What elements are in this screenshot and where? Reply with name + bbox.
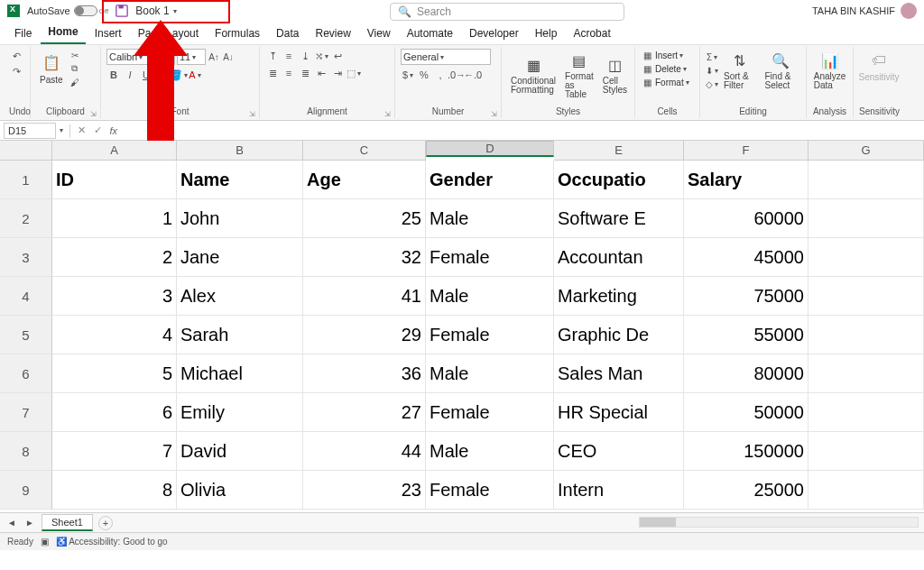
- cell[interactable]: 32: [303, 238, 426, 277]
- row-header-9[interactable]: 9: [0, 471, 52, 510]
- tab-insert[interactable]: Insert: [88, 23, 129, 44]
- row-header-1[interactable]: 1: [0, 161, 52, 199]
- tab-developer[interactable]: Developer: [462, 23, 526, 44]
- cell[interactable]: 1: [52, 199, 177, 238]
- cut-icon[interactable]: ✂: [69, 49, 81, 61]
- sheet-nav-prev-icon[interactable]: ◄: [5, 517, 18, 529]
- cell[interactable]: 60000: [684, 199, 808, 238]
- percent-format-icon[interactable]: %: [417, 68, 431, 82]
- row-header-5[interactable]: 5: [0, 316, 52, 354]
- tab-file[interactable]: File: [7, 23, 39, 44]
- cell[interactable]: 44: [303, 432, 426, 471]
- accessibility-status[interactable]: ♿ Accessibility: Good to go: [56, 537, 168, 547]
- align-left-icon[interactable]: ≣: [265, 66, 280, 80]
- cells-area[interactable]: IDNameAgeGenderOccupatioSalary1John25Mal…: [52, 161, 924, 510]
- user-account[interactable]: TAHA BIN KASHIF: [812, 3, 917, 19]
- enter-formula-icon[interactable]: ✓: [91, 124, 106, 138]
- column-header-D[interactable]: D: [426, 141, 554, 157]
- spreadsheet-grid[interactable]: ABCDEFG 123456789 IDNameAgeGenderOccupat…: [0, 141, 924, 512]
- namebox-dropdown-icon[interactable]: ▾: [60, 126, 63, 134]
- cell[interactable]: Intern: [554, 471, 684, 510]
- cell[interactable]: Occupatio: [554, 161, 684, 199]
- copy-icon[interactable]: ⧉: [69, 62, 81, 75]
- row-header-2[interactable]: 2: [0, 199, 52, 238]
- fill-icon[interactable]: ⬇: [706, 64, 718, 77]
- tab-home[interactable]: Home: [41, 22, 85, 44]
- cell[interactable]: Jane: [177, 238, 303, 277]
- row-header-4[interactable]: 4: [0, 277, 52, 316]
- accounting-format-icon[interactable]: $: [401, 68, 415, 82]
- align-bottom-icon[interactable]: ⤓: [298, 49, 312, 63]
- tab-acrobat[interactable]: Acrobat: [566, 23, 617, 44]
- cell[interactable]: 29: [303, 316, 426, 354]
- column-header-A[interactable]: A: [52, 141, 177, 161]
- insert-cells-icon[interactable]: ▦: [641, 49, 653, 61]
- formula-input[interactable]: [121, 123, 924, 139]
- autosave-toggle[interactable]: AutoSave Off: [27, 5, 108, 16]
- orientation-icon[interactable]: ⤭: [314, 49, 328, 63]
- cell[interactable]: Software E: [554, 199, 684, 238]
- tab-help[interactable]: Help: [528, 23, 565, 44]
- cell[interactable]: 7: [52, 432, 177, 471]
- cell[interactable]: 2: [52, 238, 177, 277]
- undo-icon[interactable]: ↶: [9, 49, 23, 63]
- cell[interactable]: CEO: [554, 432, 684, 471]
- clear-icon[interactable]: ◇: [706, 78, 718, 90]
- column-header-E[interactable]: E: [554, 141, 684, 161]
- cell[interactable]: ID: [52, 161, 177, 199]
- sheet-nav-next-icon[interactable]: ►: [23, 517, 36, 529]
- cell[interactable]: Emily: [177, 393, 303, 432]
- column-header-F[interactable]: F: [684, 141, 808, 161]
- toggle-icon[interactable]: [74, 5, 97, 16]
- cell[interactable]: Male: [426, 354, 554, 393]
- decrease-font-icon[interactable]: A↓: [222, 51, 235, 63]
- cell[interactable]: [808, 277, 924, 316]
- cell[interactable]: [808, 393, 924, 432]
- cell[interactable]: 75000: [684, 277, 808, 316]
- column-header-B[interactable]: B: [177, 141, 303, 161]
- tab-formulas[interactable]: Formulas: [208, 23, 267, 44]
- tab-review[interactable]: Review: [308, 23, 357, 44]
- format-cells-button[interactable]: Format: [655, 78, 684, 87]
- conditional-formatting-button[interactable]: ▦Conditional Formatting: [507, 53, 559, 97]
- cell[interactable]: 6: [52, 393, 177, 432]
- macro-record-icon[interactable]: ▣: [41, 537, 49, 547]
- increase-indent-icon[interactable]: ⇥: [330, 66, 345, 80]
- insert-cells-button[interactable]: Insert: [655, 51, 678, 60]
- cell[interactable]: Accountan: [554, 238, 684, 277]
- cell[interactable]: Female: [426, 238, 554, 277]
- add-sheet-button[interactable]: +: [98, 516, 113, 530]
- tab-data[interactable]: Data: [269, 23, 306, 44]
- horizontal-scrollbar[interactable]: [639, 517, 919, 528]
- comma-format-icon[interactable]: ,: [433, 68, 448, 82]
- cell[interactable]: Sarah: [177, 316, 303, 354]
- autosum-icon[interactable]: Σ: [706, 51, 718, 63]
- cell[interactable]: 8: [52, 471, 177, 510]
- decrease-decimal-icon[interactable]: ←.0: [466, 68, 480, 82]
- cell[interactable]: 3: [52, 277, 177, 316]
- cell[interactable]: 150000: [684, 432, 808, 471]
- cell[interactable]: 36: [303, 354, 426, 393]
- cell[interactable]: Female: [426, 316, 554, 354]
- row-header-3[interactable]: 3: [0, 238, 52, 277]
- cell[interactable]: Michael: [177, 354, 303, 393]
- cell-styles-button[interactable]: ◫Cell Styles: [599, 53, 631, 97]
- sort-filter-button[interactable]: ⇅Sort & Filter: [720, 49, 760, 92]
- cell[interactable]: 27: [303, 393, 426, 432]
- cancel-formula-icon[interactable]: ✕: [75, 124, 89, 138]
- number-format-select[interactable]: General: [401, 49, 491, 65]
- cell[interactable]: Name: [177, 161, 303, 199]
- cell[interactable]: 50000: [684, 393, 808, 432]
- column-header-C[interactable]: C: [303, 141, 426, 161]
- cell[interactable]: Female: [426, 471, 554, 510]
- cell[interactable]: 45000: [684, 238, 808, 277]
- cell[interactable]: David: [177, 432, 303, 471]
- bold-icon[interactable]: B: [106, 68, 121, 82]
- cell[interactable]: [808, 199, 924, 238]
- cell[interactable]: John: [177, 199, 303, 238]
- name-box[interactable]: D15: [4, 123, 56, 139]
- cell[interactable]: [808, 432, 924, 471]
- cell[interactable]: Gender: [426, 161, 554, 199]
- cell[interactable]: [808, 238, 924, 277]
- analyze-data-button[interactable]: 📊Analyze Data: [812, 49, 847, 92]
